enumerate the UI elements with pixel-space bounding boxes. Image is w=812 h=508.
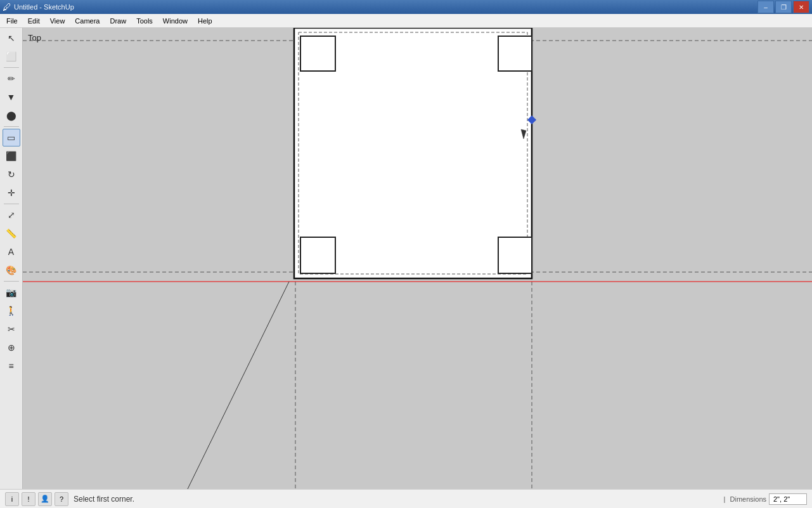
dimensions-input[interactable]: 2", 2" (769, 493, 807, 505)
tool-scale[interactable]: ⤢ (3, 206, 20, 224)
tool-freehand[interactable]: ⬤ (3, 107, 20, 124)
tool-walk[interactable]: 🚶 (3, 302, 20, 320)
tool-divider (4, 67, 19, 68)
tool-eraser[interactable]: ⬜ (3, 48, 20, 65)
help-icon[interactable]: ? (55, 492, 68, 506)
statusbar-icons: i ! 👤 ? (5, 492, 68, 506)
menu-item-window[interactable]: Window (158, 14, 193, 27)
tool-arrow-down1[interactable]: ▼ (3, 88, 20, 106)
dimensions-area: | Dimensions 2", 2" (724, 493, 807, 505)
tool-rectangle[interactable]: ▭ (3, 129, 20, 147)
tool-section[interactable]: ✂ (3, 320, 20, 338)
tool-divider (4, 126, 19, 127)
tool-axes[interactable]: ⊕ (3, 339, 20, 356)
svg-rect-9 (498, 36, 532, 71)
view-label: Top (28, 33, 41, 42)
tool-push-pull[interactable]: ⬛ (3, 147, 20, 165)
svg-line-5 (188, 282, 289, 489)
status-text: Select first corner. (74, 495, 719, 504)
info-icon[interactable]: i (5, 492, 19, 506)
close-button[interactable]: ✕ (793, 1, 809, 13)
menu-item-view[interactable]: View (45, 14, 70, 27)
canvas-svg (23, 28, 812, 489)
titlebar-title: Untitled - SketchUp (14, 3, 74, 11)
tool-text[interactable]: A (3, 243, 20, 261)
warning-icon[interactable]: ! (22, 492, 35, 506)
tool-divider (4, 281, 19, 282)
titlebar-controls: – ❐ ✕ (757, 1, 809, 13)
svg-rect-11 (498, 237, 532, 273)
maximize-button[interactable]: ❐ (775, 1, 792, 13)
minimize-button[interactable]: – (757, 1, 774, 13)
statusbar: i ! 👤 ? Select first corner. | Dimension… (0, 489, 812, 508)
main-layout: ↖⬜✏▼⬤▭⬛↻✛⤢📏A🎨📷🚶✂⊕≡ Top (0, 28, 812, 489)
tool-rotate[interactable]: ↻ (3, 166, 20, 183)
tool-move[interactable]: ✛ (3, 184, 20, 202)
tool-divider (4, 204, 19, 204)
tool-paint[interactable]: 🎨 (3, 261, 20, 279)
canvas-area[interactable]: Top (23, 28, 812, 489)
tool-select[interactable]: ↖ (3, 29, 20, 47)
tool-tape[interactable]: 📏 (3, 225, 20, 242)
titlebar: 🖊 Untitled - SketchUp – ❐ ✕ (0, 0, 812, 14)
menu-item-camera[interactable]: Camera (70, 14, 105, 27)
menu-item-help[interactable]: Help (193, 14, 217, 27)
tool-pencil[interactable]: ✏ (3, 70, 20, 88)
svg-rect-8 (300, 36, 335, 71)
menu-item-tools[interactable]: Tools (131, 14, 158, 27)
tool-camera[interactable]: 📷 (3, 283, 20, 301)
titlebar-left: 🖊 Untitled - SketchUp (3, 2, 74, 12)
svg-rect-10 (300, 237, 335, 273)
user-icon[interactable]: 👤 (38, 492, 52, 506)
app-icon: 🖊 (3, 2, 11, 12)
menu-item-file[interactable]: File (1, 14, 23, 27)
dimensions-label: | Dimensions (724, 495, 766, 503)
left-toolbar: ↖⬜✏▼⬤▭⬛↻✛⤢📏A🎨📷🚶✂⊕≡ (0, 28, 23, 489)
menubar: FileEditViewCameraDrawToolsWindowHelp (0, 14, 812, 28)
menu-item-edit[interactable]: Edit (23, 14, 45, 27)
tool-layers[interactable]: ≡ (3, 357, 20, 375)
menu-item-draw[interactable]: Draw (105, 14, 131, 27)
